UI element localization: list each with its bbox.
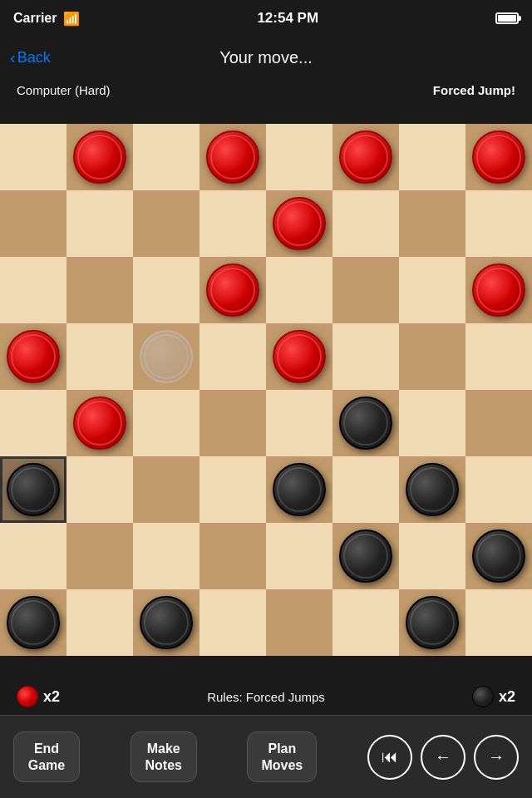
cell-4-6[interactable] [399,390,466,456]
cell-6-6[interactable] [399,523,466,589]
cell-5-7[interactable] [466,456,532,523]
cell-4-7[interactable] [466,390,532,456]
status-bottom: x2 Rules: Forced Jumps x2 [0,678,532,715]
cell-6-1[interactable] [66,523,133,589]
cell-0-6[interactable] [399,124,466,190]
cell-6-7[interactable] [466,523,532,589]
cell-5-5[interactable] [332,456,399,523]
cell-1-0[interactable] [0,190,66,257]
piece-black-5-4[interactable] [273,463,326,516]
piece-black-6-5[interactable] [339,530,392,583]
piece-ghost-3-2[interactable] [140,330,193,383]
cell-4-3[interactable] [200,390,266,456]
cell-3-6[interactable] [399,323,466,390]
cell-1-3[interactable] [200,190,266,257]
cell-4-5[interactable] [332,390,399,456]
cell-1-4[interactable] [266,190,332,257]
piece-red-3-0[interactable] [7,330,60,383]
cell-2-4[interactable] [266,257,332,323]
cell-2-5[interactable] [332,257,399,323]
cell-3-5[interactable] [332,323,399,390]
cell-6-4[interactable] [266,523,332,589]
cell-7-6[interactable] [399,589,466,656]
cell-7-4[interactable] [266,589,332,656]
piece-red-0-3[interactable] [206,131,259,184]
end-game-button[interactable]: EndGame [13,732,80,781]
piece-black-7-6[interactable] [406,596,459,649]
piece-red-0-5[interactable] [339,131,392,184]
cell-0-7[interactable] [466,124,532,190]
cell-4-4[interactable] [266,390,332,456]
cell-3-4[interactable] [266,323,332,390]
cell-2-6[interactable] [399,257,466,323]
plan-moves-button[interactable]: PlanMoves [247,732,317,781]
piece-red-2-7[interactable] [472,264,525,317]
forward-nav-button[interactable]: → [474,735,519,780]
cell-3-1[interactable] [66,323,133,390]
piece-red-2-3[interactable] [206,264,259,317]
cell-1-2[interactable] [133,190,200,257]
piece-red-0-1[interactable] [73,131,126,184]
cell-2-1[interactable] [66,257,133,323]
piece-black-5-6[interactable] [406,463,459,516]
piece-black-7-2[interactable] [140,596,193,649]
cell-6-5[interactable] [332,523,399,589]
piece-black-7-0[interactable] [7,596,60,649]
cell-1-1[interactable] [66,190,133,257]
cell-2-7[interactable] [466,257,532,323]
cell-7-1[interactable] [66,589,133,656]
cell-3-2[interactable] [133,323,200,390]
cell-7-0[interactable] [0,589,66,656]
cell-1-7[interactable] [466,190,532,257]
cell-2-2[interactable] [133,257,200,323]
cell-5-2[interactable] [133,456,200,523]
cell-6-0[interactable] [0,523,66,589]
cell-4-0[interactable] [0,390,66,456]
cell-5-6[interactable] [399,456,466,523]
cell-5-3[interactable] [200,456,266,523]
checkers-board[interactable] [0,124,532,656]
piece-black-6-7[interactable] [472,530,525,583]
piece-red-4-1[interactable] [73,397,126,450]
status-time: 12:54 PM [257,10,318,27]
piece-black-5-0[interactable] [7,463,60,516]
cell-3-3[interactable] [200,323,266,390]
piece-red-0-7[interactable] [472,131,525,184]
cell-0-0[interactable] [0,124,66,190]
cell-5-4[interactable] [266,456,332,523]
cell-2-0[interactable] [0,257,66,323]
cell-5-1[interactable] [66,456,133,523]
cell-0-4[interactable] [266,124,332,190]
cell-4-2[interactable] [133,390,200,456]
cell-7-2[interactable] [133,589,200,656]
cell-7-7[interactable] [466,589,532,656]
cell-6-2[interactable] [133,523,200,589]
cell-0-5[interactable] [332,124,399,190]
make-notes-button[interactable]: MakeNotes [131,732,197,781]
back-button[interactable]: ‹ Back [10,48,51,67]
status-carrier: Carrier 📶 [13,11,80,27]
cell-7-5[interactable] [332,589,399,656]
battery-fill [498,15,516,22]
wifi-icon: 📶 [63,11,80,27]
cell-5-0[interactable] [0,456,66,523]
cell-7-3[interactable] [200,589,266,656]
cell-0-3[interactable] [200,124,266,190]
back-label: Back [17,49,51,66]
rewind-button[interactable]: ⏮ [367,735,412,780]
cell-0-2[interactable] [133,124,200,190]
cell-0-1[interactable] [66,124,133,190]
piece-red-3-4[interactable] [273,330,326,383]
cell-3-7[interactable] [466,323,532,390]
info-bar: Computer (Hard) Forced Jump! [0,78,532,101]
cell-3-0[interactable] [0,323,66,390]
cell-6-3[interactable] [200,523,266,589]
cell-2-3[interactable] [200,257,266,323]
cell-1-6[interactable] [399,190,466,257]
cell-1-5[interactable] [332,190,399,257]
chevron-left-icon: ‹ [10,48,16,67]
back-nav-button[interactable]: ← [421,735,466,780]
piece-red-1-4[interactable] [273,197,326,250]
piece-black-4-5[interactable] [339,397,392,450]
cell-4-1[interactable] [66,390,133,456]
